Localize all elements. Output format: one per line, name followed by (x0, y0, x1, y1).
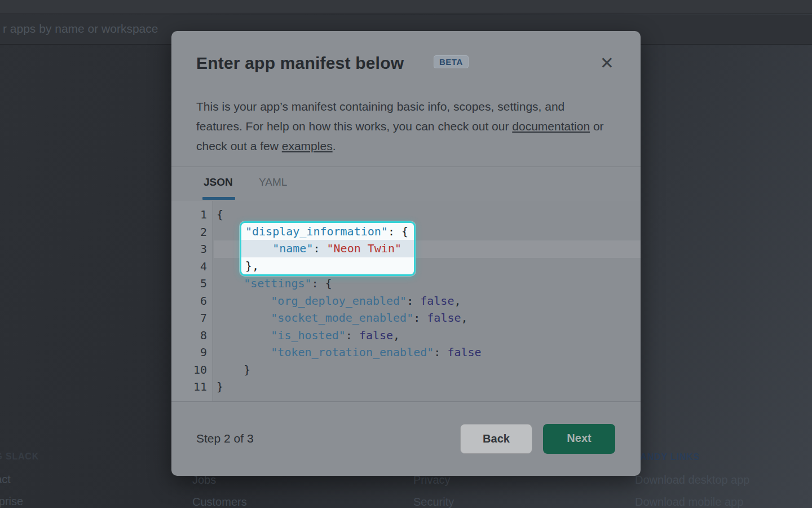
code-token-punc: : (407, 294, 420, 308)
documentation-link[interactable]: documentation (512, 120, 590, 133)
manifest-code-editor[interactable]: 1234567891011 { "settings": { "org_deplo… (171, 201, 641, 401)
footer-heading-using-slack: USING SLACK (0, 452, 39, 462)
line-number: 8 (171, 327, 213, 344)
line-number-gutter: 1234567891011 (171, 201, 213, 401)
code-token-atom: false (420, 294, 454, 308)
code-token-punc: }, (245, 259, 259, 273)
code-token-key: "socket_mode_enabled" (271, 311, 413, 325)
code-token-key: "token_rotation_enabled" (271, 345, 434, 359)
code-line[interactable]: "is_hosted": false, (214, 327, 641, 344)
line-number: 4 (171, 258, 213, 275)
line-number: 3 (171, 240, 213, 258)
code-token-punc: : (434, 345, 447, 359)
code-token-atom: false (427, 311, 461, 325)
line-number: 10 (171, 361, 213, 379)
next-button[interactable]: Next (543, 424, 615, 454)
close-icon[interactable]: ✕ (600, 55, 614, 72)
modal-title: Enter app manifest below (196, 54, 404, 73)
tab-yaml[interactable]: YAML (259, 176, 287, 189)
code-token-punc: { (217, 208, 223, 221)
code-line[interactable]: "org_deploy_enabled": false, (214, 292, 641, 310)
description-text: This is your app’s manifest containing b… (196, 100, 564, 133)
code-line[interactable]: }, (241, 257, 414, 274)
beta-badge: BETA (434, 55, 469, 68)
code-token-key: "name" (272, 242, 313, 255)
line-number: 6 (171, 292, 213, 310)
top-navigation-bar (0, 0, 812, 14)
line-number: 11 (171, 378, 213, 396)
walkthrough-highlight-box: "display_information": { "name": "Neon T… (240, 221, 416, 276)
divider (171, 401, 641, 402)
code-token-punc: : (346, 329, 359, 342)
code-line[interactable]: } (214, 378, 641, 396)
code-line[interactable]: "name": "Neon Twin" (241, 240, 414, 257)
code-token-key: "display_information" (245, 225, 388, 238)
footer-link-customers[interactable]: Customers (192, 496, 247, 508)
format-tab-bar: JSON YAML (171, 167, 641, 201)
line-number: 9 (171, 344, 213, 361)
description-text: . (333, 139, 336, 152)
tab-json[interactable]: JSON (204, 176, 233, 189)
code-line[interactable]: "socket_mode_enabled": false, (214, 309, 641, 327)
footer-link-download-mobile[interactable]: Download mobile app (635, 496, 743, 508)
footer-link-enterprise[interactable]: Enterprise (0, 495, 23, 508)
code-token-punc: } (244, 363, 250, 376)
code-token-key: "is_hosted" (271, 329, 345, 342)
code-token-key: "settings" (244, 277, 311, 290)
code-line[interactable]: { (214, 206, 641, 224)
page-background: r apps by name or workspace USING SLACK … (0, 0, 812, 508)
code-token-punc: } (217, 380, 223, 393)
code-line[interactable]: "token_rotation_enabled": false (214, 344, 641, 361)
step-indicator: Step 2 of 3 (196, 432, 254, 445)
code-token-atom: false (359, 329, 393, 342)
line-number: 7 (171, 309, 213, 327)
code-token-atom: false (447, 345, 481, 359)
app-manifest-modal: Enter app manifest below BETA ✕ This is … (171, 31, 641, 476)
code-token-punc: , (461, 311, 468, 325)
code-token-punc: : { (312, 277, 332, 290)
line-number: 1 (171, 206, 213, 224)
code-line[interactable]: } (214, 361, 641, 379)
code-token-key: "org_deploy_enabled" (271, 294, 407, 308)
code-token-punc: : (313, 242, 326, 255)
line-number: 2 (171, 224, 213, 241)
code-token-punc: : (413, 311, 427, 325)
code-line[interactable]: "display_information": { (241, 223, 414, 240)
footer-heading-handy-links: HANDY LINKS (633, 452, 700, 462)
code-token-punc: , (393, 329, 400, 342)
back-button[interactable]: Back (460, 424, 532, 454)
code-token-punc: , (454, 294, 461, 308)
active-tab-underline (202, 197, 235, 200)
modal-description: This is your app’s manifest containing b… (196, 97, 611, 156)
code-token-punc: : { (388, 225, 408, 238)
code-line[interactable]: "settings": { (214, 275, 641, 292)
line-number: 5 (171, 275, 213, 292)
footer-link-security[interactable]: Security (413, 496, 454, 508)
search-input[interactable]: r apps by name or workspace (3, 22, 158, 36)
examples-link[interactable]: examples (282, 139, 333, 152)
footer-link-contact[interactable]: Contact (0, 473, 11, 486)
code-token-str: "Neon Twin" (327, 242, 401, 255)
footer-link-download-desktop[interactable]: Download desktop app (635, 474, 749, 487)
